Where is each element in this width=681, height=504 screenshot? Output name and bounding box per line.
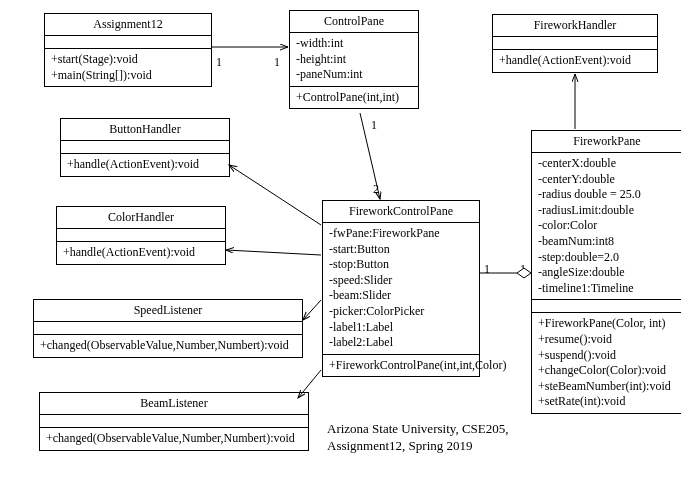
method: +handle(ActionEvent):void (499, 53, 651, 69)
attr: -radius double = 25.0 (538, 187, 676, 203)
attr: -picker:ColorPicker (329, 304, 473, 320)
attr: -fwPane:FireworkPane (329, 226, 473, 242)
class-title: FireworkControlPane (323, 201, 479, 223)
class-title: ControlPane (290, 11, 418, 33)
class-attrs-empty (532, 300, 681, 313)
class-attrs-empty (40, 415, 308, 428)
class-attrs-empty (45, 36, 211, 49)
class-fireworkhandler: FireworkHandler +handle(ActionEvent):voi… (492, 14, 658, 73)
class-attrs: -centerX:double -centerY:double -radius … (532, 153, 681, 300)
class-attrs-empty (61, 141, 229, 154)
class-title: ColorHandler (57, 207, 225, 229)
attr: -radiusLimit:double (538, 203, 676, 219)
class-attrs-empty (57, 229, 225, 242)
attr: -paneNum:int (296, 67, 412, 83)
class-beamlistener: BeamListener +changed(ObservableValue,Nu… (39, 392, 309, 451)
class-methods: +FireworkControlPane(int,int,Color) (323, 355, 479, 377)
attr: -beam:Slider (329, 288, 473, 304)
attr: -width:int (296, 36, 412, 52)
class-title: BeamListener (40, 393, 308, 415)
svg-line-6 (226, 250, 321, 255)
attr: -step:double=2.0 (538, 250, 676, 266)
class-speedlistener: SpeedListener +changed(ObservableValue,N… (33, 299, 303, 358)
svg-line-5 (229, 165, 321, 225)
class-fireworkpane: FireworkPane -centerX:double -centerY:do… (531, 130, 681, 414)
attr: -angleSize:double (538, 265, 676, 281)
class-title: SpeedListener (34, 300, 302, 322)
method: +handle(ActionEvent):void (63, 245, 219, 261)
mult-a12-cp-right: 1 (274, 55, 280, 70)
method: +handle(ActionEvent):void (67, 157, 223, 173)
class-assignment12: Assignment12 +start(Stage):void +main(St… (44, 13, 212, 87)
class-methods: +start(Stage):void +main(String[]):void (45, 49, 211, 86)
attr: -label1:Label (329, 320, 473, 336)
attr: -timeline1:Timeline (538, 281, 676, 297)
method: +setRate(int):void (538, 394, 676, 410)
class-methods: +ControlPane(int,int) (290, 87, 418, 109)
mult-cp-fcp-bottom: 2 (373, 182, 379, 197)
svg-line-7 (303, 300, 321, 320)
attr: -label2:Label (329, 335, 473, 351)
class-title: Assignment12 (45, 14, 211, 36)
method: +suspend():void (538, 348, 676, 364)
method: +start(Stage):void (51, 52, 205, 68)
class-methods: +handle(ActionEvent):void (493, 50, 657, 72)
class-title: FireworkHandler (493, 15, 657, 37)
class-attrs: -fwPane:FireworkPane -start:Button -stop… (323, 223, 479, 355)
attr: -speed:Slider (329, 273, 473, 289)
mult-cp-fcp-top: 1 (371, 118, 377, 133)
method: +changeColor(Color):void (538, 363, 676, 379)
class-attrs-empty (34, 322, 302, 335)
class-attrs-empty (493, 37, 657, 50)
class-methods: +changed(ObservableValue,Number,Numbert)… (34, 335, 302, 357)
class-fireworkcontrolpane: FireworkControlPane -fwPane:FireworkPane… (322, 200, 480, 377)
method: +changed(ObservableValue,Number,Numbert)… (46, 431, 302, 447)
attr: -beamNum:int8 (538, 234, 676, 250)
class-methods: +FireworkPane(Color, int) +resume():void… (532, 313, 681, 413)
attr: -stop:Button (329, 257, 473, 273)
method: +ControlPane(int,int) (296, 90, 412, 106)
method: +steBeamNumber(int):void (538, 379, 676, 395)
method: +resume():void (538, 332, 676, 348)
attr: -centerX:double (538, 156, 676, 172)
diagram-caption: Arizona State University, CSE205, Assign… (327, 421, 509, 455)
class-methods: +handle(ActionEvent):void (57, 242, 225, 264)
caption-line1: Arizona State University, CSE205, (327, 421, 509, 438)
class-title: ButtonHandler (61, 119, 229, 141)
class-methods: +handle(ActionEvent):void (61, 154, 229, 176)
method: +FireworkPane(Color, int) (538, 316, 676, 332)
attr: -start:Button (329, 242, 473, 258)
attr: -height:int (296, 52, 412, 68)
mult-fcp-fp-right: 1 (520, 262, 526, 277)
method: +main(String[]):void (51, 68, 205, 84)
attr: -color:Color (538, 218, 676, 234)
method: +FireworkControlPane(int,int,Color) (329, 358, 473, 374)
mult-a12-cp-left: 1 (216, 55, 222, 70)
attr: -centerY:double (538, 172, 676, 188)
mult-fcp-fp-left: 1 (484, 262, 490, 277)
method: +changed(ObservableValue,Number,Numbert)… (40, 338, 296, 354)
class-methods: +changed(ObservableValue,Number,Numbert)… (40, 428, 308, 450)
caption-line2: Assignment12, Spring 2019 (327, 438, 509, 455)
class-buttonhandler: ButtonHandler +handle(ActionEvent):void (60, 118, 230, 177)
class-controlpane: ControlPane -width:int -height:int -pane… (289, 10, 419, 109)
class-title: FireworkPane (532, 131, 681, 153)
class-colorhandler: ColorHandler +handle(ActionEvent):void (56, 206, 226, 265)
class-attrs: -width:int -height:int -paneNum:int (290, 33, 418, 87)
